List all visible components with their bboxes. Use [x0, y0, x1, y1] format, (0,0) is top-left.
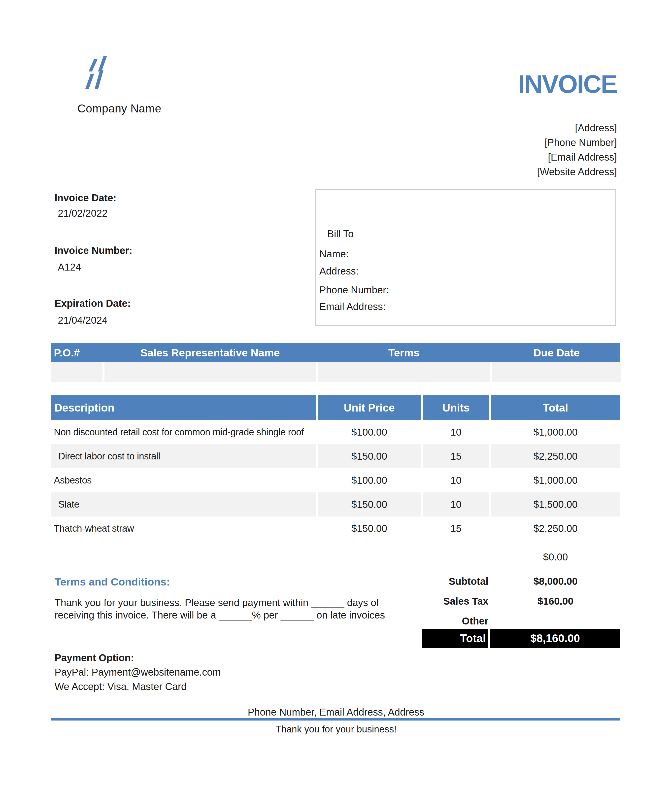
company-name: Company Name [77, 102, 161, 115]
bill-to-name-label: Name: [319, 248, 349, 259]
bill-to-email-label: Email Address: [319, 301, 386, 312]
po-header-terms: Terms [318, 347, 490, 359]
page-title: INVOICE [518, 72, 617, 97]
bill-to-title: Bill To [327, 228, 354, 240]
item-unit-price: $100.00 [318, 468, 421, 493]
po-header-due-date: Due Date [492, 347, 621, 359]
payment-paypal-line: PayPal: Payment@websitename.com [54, 667, 221, 678]
table-row: Thatch-wheat straw $150.00 15 $2,250.00 [51, 517, 620, 541]
po-table-header: P.O.# Sales Representative Name Terms Du… [51, 343, 620, 362]
item-unit-price: $150.00 [318, 493, 421, 517]
terms-text-line1: Thank you for your business. Please send… [54, 597, 379, 608]
invoice-date-value: 21/02/2022 [58, 208, 107, 219]
item-total: $2,250.00 [491, 444, 620, 468]
items-header-total: Total [491, 395, 620, 420]
po-cell-po [51, 362, 102, 382]
item-total: $1,000.00 [491, 420, 620, 444]
invoice-number-value: A124 [58, 262, 81, 273]
bill-to-phone-label: Phone Number: [319, 285, 389, 296]
po-cell-sales-rep [104, 362, 316, 382]
subtotal-value: $8,000.00 [491, 576, 620, 587]
table-row: Direct labor cost to install $150.00 15 … [51, 444, 620, 468]
items-table-header: Description Unit Price Units Total [51, 395, 620, 420]
terms-heading: Terms and Conditions: [54, 576, 170, 588]
table-row: Non discounted retail cost for common mi… [51, 420, 620, 444]
item-total: $1,000.00 [491, 468, 620, 493]
bill-to-address-label: Address: [319, 266, 358, 277]
company-email: [Email Address] [537, 150, 617, 165]
item-description: Thatch-wheat straw [51, 517, 316, 541]
item-description: Non discounted retail cost for common mi… [51, 420, 316, 444]
item-units: 10 [423, 420, 489, 444]
footer-contact-line: Phone Number, Email Address, Address [0, 707, 672, 718]
po-header-sales-rep: Sales Representative Name [104, 347, 316, 359]
subtotal-label: Subtotal [397, 576, 488, 587]
invoice-page: Company Name INVOICE [Address] [Phone Nu… [0, 0, 672, 792]
item-units: 10 [423, 468, 489, 493]
po-cell-terms [318, 362, 490, 382]
other-label: Other [397, 616, 488, 627]
item-total: $2,250.00 [491, 517, 620, 541]
empty-line-total: $0.00 [491, 552, 620, 563]
item-description: Slate [51, 493, 316, 517]
table-row: Asbestos $100.00 10 $1,000.00 [51, 468, 620, 493]
payment-option-heading: Payment Option: [54, 652, 134, 664]
terms-text-line2: receiving this invoice. There will be a … [54, 610, 385, 621]
footer-thanks-line: Thank you for your business! [0, 724, 672, 734]
items-header-units: Units [423, 395, 489, 420]
item-unit-price: $150.00 [318, 517, 421, 541]
po-cell-due-date [492, 362, 621, 382]
item-unit-price: $100.00 [318, 420, 421, 444]
item-description: Direct labor cost to install [51, 444, 316, 468]
item-units: 15 [423, 517, 489, 541]
company-logo-icon [85, 56, 109, 90]
sales-tax-value: $160.00 [491, 596, 620, 607]
invoice-number-label: Invoice Number: [54, 245, 132, 256]
item-unit-price: $150.00 [318, 444, 421, 468]
footer-divider [51, 718, 620, 720]
expiration-date-value: 21/04/2024 [58, 315, 107, 326]
items-table-body: Non discounted retail cost for common mi… [51, 420, 620, 541]
item-description: Asbestos [51, 468, 316, 493]
po-header-po: P.O.# [51, 347, 102, 359]
expiration-date-label: Expiration Date: [54, 298, 131, 309]
company-contact-block: [Address] [Phone Number] [Email Address]… [537, 121, 617, 179]
bill-to-box: Bill To Name: Address: Phone Number: Ema… [315, 189, 616, 326]
company-phone: [Phone Number] [537, 135, 617, 150]
invoice-date-label: Invoice Date: [54, 192, 117, 203]
items-header-description: Description [51, 395, 316, 420]
company-website: [Website Address] [537, 165, 617, 179]
table-row: Slate $150.00 10 $1,500.00 [51, 493, 620, 517]
sales-tax-label: Sales Tax [397, 596, 488, 607]
grand-total-label: Total [422, 629, 488, 648]
item-units: 10 [423, 493, 489, 517]
po-table-row [51, 362, 620, 382]
grand-total-value: $8,160.00 [490, 629, 620, 648]
item-units: 15 [423, 444, 489, 468]
items-header-unit-price: Unit Price [318, 395, 421, 420]
payment-accept-line: We Accept: Visa, Master Card [54, 681, 187, 692]
company-address: [Address] [537, 121, 617, 135]
item-total: $1,500.00 [491, 493, 620, 517]
